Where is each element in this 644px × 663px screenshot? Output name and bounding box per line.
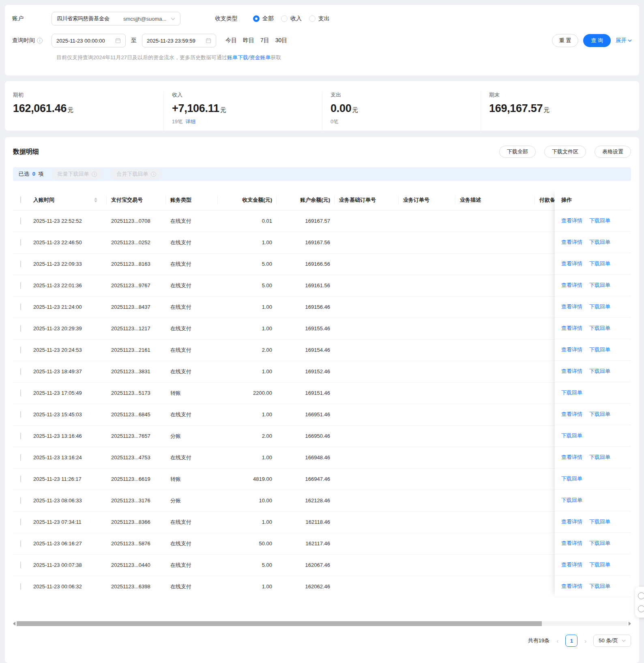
cell-description (455, 339, 535, 361)
row-checkbox[interactable] (20, 347, 21, 353)
query-button[interactable]: 查 询 (583, 34, 611, 47)
view-detail-link[interactable]: 查看详情 (561, 561, 582, 568)
download-receipt-link[interactable]: 下载回单 (589, 454, 610, 461)
scrollbar-track[interactable] (17, 621, 627, 626)
download-receipt-link[interactable]: 下载回单 (589, 540, 610, 547)
view-detail-link[interactable]: 查看详情 (561, 303, 582, 310)
download-receipt-link[interactable]: 下载回单 (589, 346, 610, 353)
row-checkbox[interactable] (20, 325, 21, 332)
row-checkbox[interactable] (20, 433, 21, 439)
view-detail-link[interactable]: 查看详情 (561, 411, 582, 418)
download-receipt-link[interactable]: 下载回单 (561, 475, 582, 482)
row-checkbox[interactable] (20, 476, 21, 482)
view-detail-link[interactable]: 查看详情 (561, 368, 582, 375)
bill-download-link[interactable]: 账单下载/资金账单 (227, 54, 271, 60)
filter-panel: 账户 四川省索玛慈善基金会 smcsjjh@suoma... 收支类型 全部收入… (5, 5, 639, 75)
download-receipt-link[interactable]: 下载回单 (589, 518, 610, 525)
cell-transaction-id: 20251123...8163 (106, 253, 165, 275)
row-checkbox[interactable] (20, 217, 21, 224)
page-size-select[interactable]: 50 条/页 (593, 635, 631, 647)
summary-label: 收入 (172, 91, 314, 99)
row-checkbox[interactable] (20, 282, 21, 289)
download-receipt-link[interactable]: 下载回单 (589, 561, 610, 568)
cell-time: 2025-11-23 22:09:33 (28, 253, 106, 275)
view-detail-link[interactable]: 查看详情 (561, 454, 582, 461)
row-checkbox[interactable] (20, 562, 21, 568)
download-receipt-link[interactable]: 下载回单 (589, 260, 610, 267)
download-receipt-link[interactable]: 下载回单 (589, 282, 610, 289)
cell-balance: 166947.46 (276, 468, 334, 490)
pinned-row: 查看详情下载回单 (555, 576, 631, 597)
reset-button[interactable]: 重 置 (552, 34, 579, 47)
row-checkbox[interactable] (20, 497, 21, 504)
select-all-checkbox[interactable] (20, 196, 21, 203)
batch-download-button[interactable]: 批量下载回单 i (52, 168, 103, 180)
next-page-button[interactable]: › (584, 638, 586, 644)
row-checkbox[interactable] (20, 368, 21, 375)
scroll-left-arrow-icon[interactable] (13, 622, 15, 626)
row-checkbox[interactable] (20, 519, 21, 525)
download-receipt-link[interactable]: 下载回单 (589, 411, 610, 418)
download-receipt-link[interactable]: 下载回单 (589, 325, 610, 332)
view-detail-link[interactable]: 查看详情 (561, 583, 582, 590)
account-select[interactable]: 四川省索玛慈善基金会 smcsjjh@suoma... (52, 12, 180, 26)
download-receipt-link[interactable]: 下载回单 (589, 217, 610, 224)
row-checkbox[interactable] (20, 304, 21, 310)
type-radio-option[interactable]: 收入 (281, 15, 302, 22)
quick-range-link[interactable]: 7日 (260, 37, 269, 44)
row-checkbox[interactable] (20, 454, 21, 461)
scroll-right-arrow-icon[interactable] (629, 622, 631, 626)
download-receipt-link[interactable]: 下载回单 (589, 303, 610, 310)
cell-account-type: 分账 (165, 425, 217, 447)
date-to-input[interactable]: 2025-11-23 23:59:59 (142, 34, 216, 47)
current-page-button[interactable]: 1 (565, 635, 577, 647)
toolbar-button[interactable]: 下载全部 (499, 146, 536, 158)
view-detail-link[interactable]: 查看详情 (561, 325, 582, 332)
row-checkbox[interactable] (20, 239, 21, 246)
sort-icon[interactable] (94, 198, 97, 202)
download-receipt-link[interactable]: 下载回单 (561, 497, 582, 504)
chevron-down-icon (171, 17, 175, 20)
date-from-input[interactable]: 2025-11-23 00:00:00 (52, 34, 126, 47)
column-header-label: 账务类型 (170, 197, 191, 203)
merge-download-button[interactable]: 合并下载回单 i (111, 168, 162, 180)
summary-detail-link[interactable]: 详细 (185, 119, 195, 125)
row-checkbox[interactable] (20, 390, 21, 396)
toolbar-button[interactable]: 表格设置 (595, 146, 631, 158)
view-detail-link[interactable]: 查看详情 (561, 239, 582, 246)
download-receipt-link[interactable]: 下载回单 (561, 389, 582, 396)
quick-range-link[interactable]: 今日 (225, 37, 237, 44)
view-detail-link[interactable]: 查看详情 (561, 518, 582, 525)
quick-range-link[interactable]: 昨日 (243, 37, 254, 44)
scrollbar-thumb[interactable] (17, 621, 542, 626)
floating-toolbar[interactable] (635, 587, 644, 618)
toolbar-button[interactable]: 下载文件区 (544, 146, 586, 158)
row-checkbox[interactable] (20, 540, 21, 547)
download-receipt-link[interactable]: 下载回单 (589, 368, 610, 375)
service-icon[interactable] (638, 605, 644, 612)
download-receipt-link[interactable]: 下载回单 (589, 239, 610, 246)
cell-base-order (334, 253, 398, 275)
prev-page-button[interactable]: ‹ (556, 638, 558, 644)
view-detail-link[interactable]: 查看详情 (561, 540, 582, 547)
info-icon[interactable]: i (37, 38, 43, 43)
expand-toggle[interactable]: 展开 (616, 37, 632, 44)
download-receipt-link[interactable]: 下载回单 (589, 583, 610, 590)
help-icon[interactable] (638, 592, 644, 599)
cell-order (398, 490, 455, 511)
download-receipt-link[interactable]: 下载回单 (561, 432, 582, 439)
row-checkbox[interactable] (20, 583, 21, 590)
type-radio-option[interactable]: 支出 (309, 15, 330, 22)
cell-account-type: 在线支付 (165, 296, 217, 318)
row-checkbox[interactable] (20, 260, 21, 267)
type-radio-option[interactable]: 全部 (253, 15, 274, 22)
view-detail-link[interactable]: 查看详情 (561, 217, 582, 224)
view-detail-link[interactable]: 查看详情 (561, 346, 582, 353)
cell-base-order (334, 511, 398, 533)
horizontal-scrollbar[interactable] (13, 621, 631, 626)
view-detail-link[interactable]: 查看详情 (561, 260, 582, 267)
row-checkbox[interactable] (20, 411, 21, 418)
column-header[interactable]: 入账时间 (28, 190, 106, 210)
quick-range-link[interactable]: 30日 (275, 37, 288, 44)
view-detail-link[interactable]: 查看详情 (561, 282, 582, 289)
